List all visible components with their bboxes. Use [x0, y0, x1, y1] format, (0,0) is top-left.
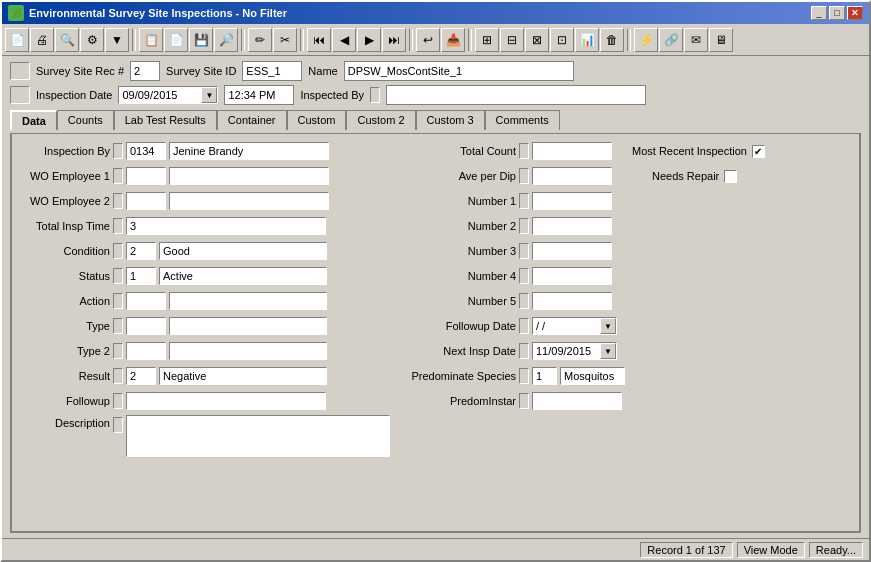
email-button[interactable]: ✉ [684, 28, 708, 52]
undo-button[interactable]: ↩ [416, 28, 440, 52]
inspected-by-input[interactable] [386, 85, 646, 105]
tab-comments[interactable]: Comments [485, 110, 560, 130]
survey-site-id-input[interactable] [242, 61, 302, 81]
wo-employee2-code-input[interactable] [126, 192, 166, 210]
status-bar: Record 1 of 137 View Mode Ready... [2, 538, 869, 560]
delete-button[interactable]: 🗑 [600, 28, 624, 52]
tab-data[interactable]: Data [10, 110, 57, 130]
tab-counts[interactable]: Counts [57, 110, 114, 130]
first-button[interactable]: ⏮ [307, 28, 331, 52]
prev-button[interactable]: ◀ [332, 28, 356, 52]
lightning-button[interactable]: ⚡ [634, 28, 658, 52]
wo-employee1-row: WO Employee 1 [20, 165, 390, 187]
new-button[interactable]: 📄 [5, 28, 29, 52]
grid3-button[interactable]: ⊠ [525, 28, 549, 52]
maximize-button[interactable]: □ [829, 6, 845, 20]
action-code-input[interactable] [126, 292, 166, 310]
action-value-input[interactable] [169, 292, 327, 310]
header-row-1: Survey Site Rec # Survey Site ID Name [10, 61, 861, 81]
tab-custom2[interactable]: Custom 2 [346, 110, 415, 130]
predominate-species-value-input[interactable] [560, 367, 625, 385]
page-button[interactable]: 📄 [164, 28, 188, 52]
survey-site-rec-input[interactable] [130, 61, 160, 81]
wo-employee1-label: WO Employee 1 [20, 170, 110, 182]
n2-ind [519, 218, 529, 234]
wo-employee1-code-input[interactable] [126, 167, 166, 185]
print-button[interactable]: 🖨 [30, 28, 54, 52]
condition-code-input[interactable] [126, 242, 156, 260]
type-value-input[interactable] [169, 317, 327, 335]
main-window: 🌿 Environmental Survey Site Inspections … [0, 0, 871, 562]
window-title: Environmental Survey Site Inspections - … [29, 7, 287, 19]
survey-site-id-label: Survey Site ID [166, 65, 236, 77]
followup-date-combo[interactable]: / / ▼ [532, 317, 617, 335]
description-textarea[interactable] [126, 415, 390, 457]
total-insp-time-row: Total Insp Time [20, 215, 390, 237]
wo-employee2-label: WO Employee 2 [20, 195, 110, 207]
number5-label: Number 5 [396, 295, 516, 307]
save-button[interactable]: 💾 [189, 28, 213, 52]
grid1-button[interactable]: ⊞ [475, 28, 499, 52]
next-button[interactable]: ▶ [357, 28, 381, 52]
link-button[interactable]: 🔗 [659, 28, 683, 52]
wo-employee2-name-input[interactable] [169, 192, 329, 210]
number1-input[interactable] [532, 192, 612, 210]
survey-site-rec-label: Survey Site Rec # [36, 65, 124, 77]
ave-per-dip-label: Ave per Dip [396, 170, 516, 182]
find-button[interactable]: 🔎 [214, 28, 238, 52]
copy-button[interactable]: 📋 [139, 28, 163, 52]
inspection-date-combo[interactable]: 09/09/2015 ▼ [118, 86, 218, 104]
monitor-button[interactable]: 🖥 [709, 28, 733, 52]
inspection-by-name-input[interactable] [169, 142, 329, 160]
inspection-time-input[interactable] [224, 85, 294, 105]
followup-date-dropdown[interactable]: ▼ [600, 318, 616, 334]
next-insp-date-dropdown[interactable]: ▼ [600, 343, 616, 359]
filter-button[interactable]: ▼ [105, 28, 129, 52]
predominate-species-code-input[interactable] [532, 367, 557, 385]
next-insp-date-combo[interactable]: 11/09/2015 ▼ [532, 342, 617, 360]
chart-button[interactable]: 📊 [575, 28, 599, 52]
cut-button[interactable]: ✂ [273, 28, 297, 52]
fd-ind [519, 318, 529, 334]
total-count-input[interactable] [532, 142, 612, 160]
import-button[interactable]: 📥 [441, 28, 465, 52]
grid4-button[interactable]: ⊡ [550, 28, 574, 52]
needs-repair-checkbox[interactable] [724, 170, 737, 183]
close-button[interactable]: ✕ [847, 6, 863, 20]
insp-by-ind [113, 143, 123, 159]
predom-instar-input[interactable] [532, 392, 622, 410]
number3-input[interactable] [532, 242, 612, 260]
wo-employee1-name-input[interactable] [169, 167, 329, 185]
tab-lab-test-results[interactable]: Lab Test Results [114, 110, 217, 130]
tab-custom3[interactable]: Custom 3 [416, 110, 485, 130]
edit-button[interactable]: ✏ [248, 28, 272, 52]
status-code-input[interactable] [126, 267, 156, 285]
wo-employee2-row: WO Employee 2 [20, 190, 390, 212]
settings-button[interactable]: ⚙ [80, 28, 104, 52]
grid2-button[interactable]: ⊟ [500, 28, 524, 52]
number2-input[interactable] [532, 217, 612, 235]
status-value-input[interactable] [159, 267, 327, 285]
last-button[interactable]: ⏭ [382, 28, 406, 52]
number4-input[interactable] [532, 267, 612, 285]
date-dropdown-btn[interactable]: ▼ [201, 87, 217, 103]
followup-input[interactable] [126, 392, 326, 410]
total-insp-time-input[interactable] [126, 217, 326, 235]
name-input[interactable] [344, 61, 574, 81]
tab-container[interactable]: Container [217, 110, 287, 130]
result-code-input[interactable] [126, 367, 156, 385]
ave-per-dip-input[interactable] [532, 167, 612, 185]
result-value-input[interactable] [159, 367, 327, 385]
tab-custom[interactable]: Custom [287, 110, 347, 130]
type2-code-input[interactable] [126, 342, 166, 360]
type-code-input[interactable] [126, 317, 166, 335]
sep5 [468, 29, 472, 51]
inspection-by-code-input[interactable] [126, 142, 166, 160]
minimize-button[interactable]: _ [811, 6, 827, 20]
number5-input[interactable] [532, 292, 612, 310]
search-button[interactable]: 🔍 [55, 28, 79, 52]
type2-value-input[interactable] [169, 342, 327, 360]
condition-value-input[interactable] [159, 242, 327, 260]
most-recent-checkbox[interactable]: ✔ [752, 145, 765, 158]
predom-instar-label: PredomInstar [396, 395, 516, 407]
